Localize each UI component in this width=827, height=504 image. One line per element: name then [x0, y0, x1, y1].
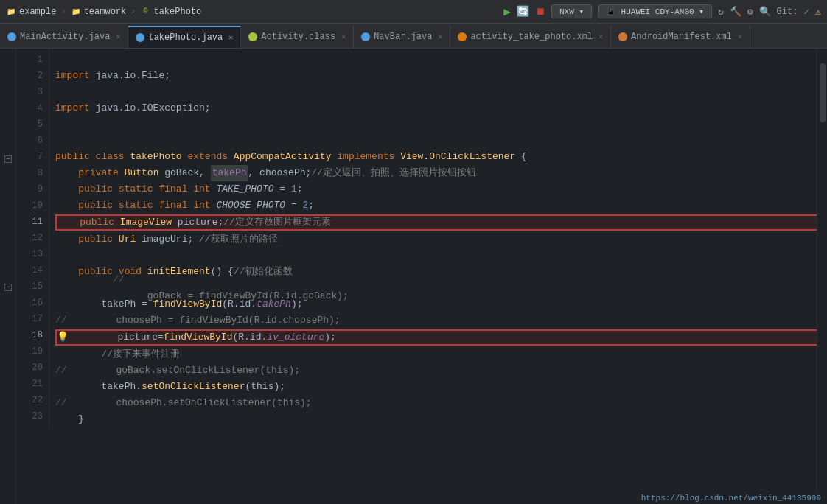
bottom-url: https://blog.csdn.net/weixin_44135909 [635, 492, 827, 504]
breadcrumb-example-label: example [19, 7, 56, 17]
kw-public-9: public [78, 181, 119, 197]
right-scrollbar[interactable] [817, 49, 827, 504]
stop-button[interactable]: ⏹ [535, 6, 545, 18]
linenum-11: 11 [16, 214, 49, 230]
cmt-11: //定义存放图片框架元素 [223, 214, 331, 231]
settings-icon[interactable]: ⚙ [747, 6, 753, 18]
linenum-1: 1 [16, 52, 49, 68]
fn-findviewbyid-16: findViewById [153, 296, 223, 312]
fold-icon-7[interactable]: − [4, 155, 12, 163]
const-9: TAKE_PHOTO [216, 181, 279, 197]
mainactivity-close-icon[interactable]: ✕ [116, 32, 120, 41]
git-label: Git: [777, 7, 798, 17]
kw-static-9: static [119, 181, 159, 197]
eq-10: = [291, 197, 303, 214]
code-line-19: //接下来事件注册 [55, 346, 821, 363]
linenum-8: 8 [16, 165, 49, 181]
code-line-12: public Uri imageUri; //获取照片的路径 [55, 231, 821, 248]
var-takeph-8: takePh [211, 165, 248, 181]
code-line-7: public class takePhoto extends AppCompat… [55, 149, 821, 165]
tab-activity-xml[interactable]: activity_take_photo.xml ✕ [450, 26, 611, 48]
var-takeph-id-16: takePh [257, 296, 291, 312]
cmt-slash-22: // [55, 395, 67, 411]
sc-16: ); [291, 296, 303, 312]
indent-9 [55, 181, 78, 197]
cmt-8: //定义返回、拍照、选择照片按钮按钮 [311, 165, 476, 181]
activity-xml-icon [458, 32, 467, 41]
bulb-18[interactable]: 💡 [57, 329, 69, 346]
tab-navbar[interactable]: NavBar.java ✕ [354, 26, 450, 48]
code-line-11: public ImageView picture; //定义存放图片框架元素 [55, 214, 821, 231]
fold-icon-14[interactable]: − [4, 284, 12, 291]
import-path-4: java.io.IOException; [96, 100, 211, 116]
run-button[interactable]: ▶ [503, 4, 511, 19]
code-content[interactable]: import java.io.File; import java.io.IOEx… [49, 49, 827, 504]
navbar-close-icon[interactable]: ✕ [438, 32, 442, 41]
takephoto-tab-label: takePhoto.java [148, 32, 223, 43]
paren-18: (R.id. [232, 329, 267, 346]
activity-class-close[interactable]: ✕ [341, 32, 346, 41]
linenum-3: 3 [16, 84, 49, 100]
sc-10: ; [308, 197, 314, 214]
code-line-4: import java.io.IOException; [55, 100, 821, 116]
linenum-6: 6 [16, 133, 49, 149]
activity-class-icon [248, 32, 257, 41]
comma-8: , choosePh; [248, 165, 311, 181]
activity-class-label: Activity.class [261, 32, 335, 42]
cmt-19: //接下来事件注册 [101, 346, 180, 363]
takephoto-close-icon[interactable]: ✕ [228, 33, 233, 42]
navbar-tab-label: NavBar.java [374, 32, 432, 42]
paren-21: (this); [245, 379, 285, 395]
tabs-row: MainActivity.java ✕ takePhoto.java ✕ Act… [0, 24, 827, 49]
tab-manifest[interactable]: AndroidManifest.xml ✕ [611, 26, 750, 48]
tab-takephoto[interactable]: takePhoto.java ✕ [128, 26, 241, 48]
var-imageuri-12: imageUri; [142, 231, 199, 248]
gutter-fold-7[interactable]: − [0, 152, 16, 167]
main-content: − − 1 2 3 4 5 6 7 8 9 10 11 12 13 14 15 … [0, 49, 827, 504]
cmt-17: choosePh = findViewById(R.id.choosePh); [82, 312, 341, 329]
linenum-14: 14 [16, 262, 49, 279]
kw-int-10: int [193, 197, 216, 214]
phone-label: HUAWEI CDY-AN00 [621, 7, 694, 16]
num-9: 1 [291, 181, 297, 197]
linenum-9: 9 [16, 181, 49, 197]
breadcrumb-teamwork[interactable]: 📁 teamwork [71, 7, 127, 17]
code-line-1 [55, 52, 821, 68]
linenum-5: 5 [16, 116, 49, 133]
sync-icon[interactable]: ↻ [718, 6, 724, 18]
breadcrumb-example[interactable]: 📁 example [6, 7, 56, 17]
kw-public-7: public [55, 149, 96, 165]
gutter-fold-14[interactable]: − [0, 280, 16, 295]
example-folder-icon: 📁 [6, 7, 16, 17]
var-picture-18: picture= [117, 329, 163, 346]
nxw-arrow: ▾ [579, 7, 584, 16]
git-check-icon[interactable]: ✓ [803, 6, 809, 18]
kw-implements-7: implements [337, 149, 400, 165]
build-icon[interactable]: 🔨 [730, 6, 741, 18]
linenum-16: 16 [16, 295, 49, 311]
tab-activity-class[interactable]: Activity.class ✕ [241, 26, 354, 48]
git-warning-icon[interactable]: ⚠ [815, 6, 821, 18]
breadcrumb-takephoto[interactable]: © takePhoto [140, 7, 201, 17]
activity-xml-close[interactable]: ✕ [599, 32, 603, 41]
manifest-tab-label: AndroidManifest.xml [631, 32, 732, 42]
indent-19 [55, 346, 101, 363]
linenum-18: 18 [16, 327, 49, 343]
manifest-close-icon[interactable]: ✕ [738, 32, 742, 41]
linenum-15: 15 [16, 279, 49, 295]
linenum-2: 2 [16, 68, 49, 84]
tab-mainactivity[interactable]: MainActivity.java ✕ [0, 26, 128, 48]
code-line-18: 💡 picture= findViewById (R.id. iv_pictur… [55, 329, 821, 346]
phone-button[interactable]: 📱 HUAWEI CDY-AN00 ▾ [598, 4, 712, 18]
phone-icon: 📱 [606, 7, 616, 16]
sc-18: ); [324, 329, 336, 346]
indent-11 [57, 214, 80, 231]
nxw-button[interactable]: NXW ▾ [551, 4, 592, 18]
kw-public-10: public [78, 197, 119, 214]
code-line-2: import java.io.File; [55, 68, 821, 84]
scrollbar-thumb[interactable] [820, 63, 826, 122]
debug-button[interactable]: 🔄 [517, 5, 529, 18]
var-picture-11: picture; [178, 214, 223, 231]
search-icon[interactable]: 🔍 [759, 6, 771, 18]
type-button-8: Button [125, 165, 165, 181]
